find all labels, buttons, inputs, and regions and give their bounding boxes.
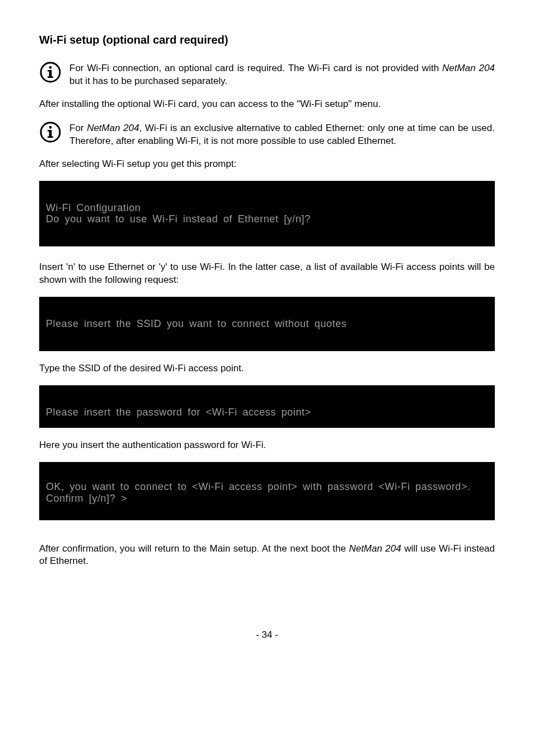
terminal-text-3: Please insert the password for <Wi-Fi ac… [46, 407, 488, 418]
paragraph-3: Insert 'n' to use Ethernet or 'y' to use… [39, 261, 495, 287]
info1-pre: For Wi-Fi connection, an optional card i… [69, 63, 442, 73]
paragraph-2: After selecting Wi-Fi setup you get this… [39, 158, 495, 171]
page-content: Wi-Fi setup (optional card required) For… [0, 0, 534, 663]
svg-rect-9 [48, 136, 53, 138]
paragraph-5: Here you insert the authentication passw… [39, 439, 495, 452]
svg-point-1 [49, 66, 52, 69]
terminal-block-2: Please insert the SSID you want to conne… [39, 297, 495, 351]
terminal-block-3: Please insert the password for <Wi-Fi ac… [39, 385, 495, 428]
terminal-block-4: OK, you want to connect to <Wi-Fi access… [39, 462, 495, 520]
info-icon [39, 121, 62, 143]
info-note-2: For NetMan 204, Wi-Fi is an exclusive al… [39, 121, 495, 148]
info-note-1: For Wi-Fi connection, an optional card i… [39, 61, 495, 88]
info-icon [39, 61, 62, 83]
paragraph-4: Type the SSID of the desired Wi-Fi acces… [39, 362, 495, 375]
paragraph-6: After confirmation, you will return to t… [39, 543, 495, 568]
page-number: - 34 - [39, 629, 495, 641]
terminal-block-1: Wi-Fi Configuration Do you want to use W… [39, 181, 495, 246]
info-text-1: For Wi-Fi connection, an optional card i… [69, 61, 495, 88]
terminal-text-1: Wi-Fi Configuration Do you want to use W… [46, 202, 488, 225]
paragraph-1: After installing the optional Wi-Fi card… [39, 98, 495, 111]
terminal-text-2: Please insert the SSID you want to conne… [46, 318, 488, 330]
section-heading: Wi-Fi setup (optional card required) [39, 34, 495, 46]
para6-pre: After confirmation, you will return to t… [39, 543, 349, 554]
info1-post: but it has to be purchased separately. [69, 76, 227, 86]
info1-product: NetMan 204 [442, 63, 495, 73]
info2-pre: For [69, 123, 87, 133]
info-text-2: For NetMan 204, Wi-Fi is an exclusive al… [69, 121, 495, 148]
svg-rect-4 [48, 76, 53, 78]
svg-rect-3 [48, 70, 51, 72]
terminal-text-4: OK, you want to connect to <Wi-Fi access… [46, 481, 488, 504]
svg-point-6 [49, 126, 52, 129]
para6-product: NetMan 204 [349, 543, 401, 554]
svg-rect-8 [48, 130, 51, 132]
info2-product: NetMan 204 [87, 123, 139, 133]
